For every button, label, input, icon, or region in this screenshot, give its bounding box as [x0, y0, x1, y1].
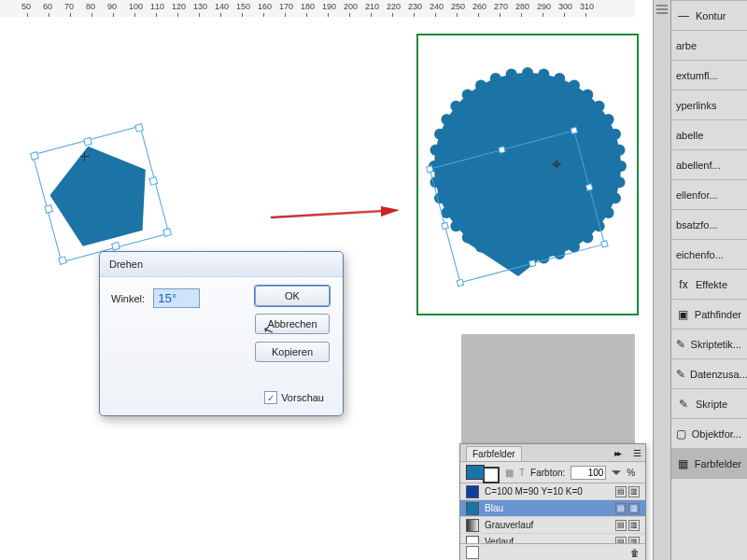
- panel-tab[interactable]: extumfl...: [670, 60, 747, 90]
- swatch-name: Blau: [485, 503, 503, 513]
- panel-tab[interactable]: ✎Skripte: [670, 388, 747, 418]
- panel-icon: ▣: [676, 307, 690, 322]
- swatch-list[interactable]: C=100 M=90 Y=10 K=0▤▥Blau▤▥Grauverlauf▤▥…: [460, 483, 645, 543]
- panel-tab[interactable]: arbe: [670, 30, 747, 60]
- svg-rect-46: [585, 184, 592, 190]
- swatch-color-icon: [466, 536, 479, 544]
- panel-label: extumfl...: [676, 70, 718, 81]
- svg-point-20: [434, 192, 445, 203]
- panel-menu-icon[interactable]: ☰: [633, 448, 641, 458]
- swatch-name: Grauverlauf: [485, 520, 533, 530]
- panel-tab[interactable]: eichenfo...: [670, 239, 747, 269]
- svg-rect-43: [499, 147, 505, 153]
- panel-tab[interactable]: ▢Objektfor...: [670, 418, 747, 448]
- panel-label: abelle: [676, 130, 703, 141]
- panel-menu-icon[interactable]: [656, 5, 668, 14]
- dialog-title[interactable]: Drehen: [100, 252, 343, 277]
- panel-icon: ✎: [676, 397, 691, 412]
- panel-tab[interactable]: abelle: [670, 119, 747, 149]
- panel-tab[interactable]: ellenfor...: [670, 179, 747, 209]
- panel-label: eichenfo...: [676, 249, 724, 260]
- svg-rect-48: [529, 260, 535, 267]
- rotation-center-icon[interactable]: [80, 152, 90, 161]
- panel-tab[interactable]: ▦Farbfelder: [670, 448, 747, 479]
- resize-handle[interactable]: [162, 228, 172, 237]
- ok-button[interactable]: OK: [255, 286, 330, 306]
- selection-bounds[interactable]: [33, 126, 170, 263]
- svg-point-25: [441, 114, 452, 125]
- svg-rect-49: [601, 241, 608, 247]
- svg-rect-47: [457, 279, 463, 286]
- svg-point-28: [475, 79, 486, 91]
- panel-icon: fx: [676, 277, 691, 292]
- swatch-row[interactable]: Blau▤▥: [460, 500, 645, 517]
- farbton-unit: %: [627, 468, 635, 478]
- panel-label: Pathfinder: [695, 309, 741, 320]
- swatch-name: C=100 M=90 Y=10 K=0: [485, 486, 583, 497]
- new-swatch-icon[interactable]: [466, 546, 479, 559]
- panel-label: Datenzusa...: [690, 369, 747, 380]
- arrow-icon: [271, 203, 402, 231]
- resize-handle[interactable]: [134, 123, 144, 133]
- svg-point-5: [613, 176, 625, 188]
- swatch-meta-icon: ▥: [628, 503, 640, 514]
- resize-handle[interactable]: [58, 256, 67, 265]
- svg-point-35: [582, 89, 593, 100]
- panel-tab[interactable]: yperlinks: [670, 90, 747, 119]
- svg-point-31: [522, 67, 533, 78]
- svg-point-38: [610, 129, 621, 140]
- panel-tab[interactable]: fxEffekte: [670, 269, 747, 299]
- swatches-tab[interactable]: Farbfelder: [466, 446, 522, 461]
- farbton-input[interactable]: [571, 466, 606, 480]
- swatch-color-icon: [466, 502, 479, 515]
- svg-marker-2: [381, 206, 400, 217]
- text-icon[interactable]: T: [519, 468, 525, 478]
- panel-tab[interactable]: ✎Datenzusa...: [670, 358, 747, 388]
- panel-label: Objektfor...: [692, 428, 741, 440]
- panel-label: Skriptetik...: [691, 339, 741, 350]
- svg-point-39: [613, 145, 625, 156]
- resize-handle[interactable]: [148, 176, 158, 186]
- panel-label: Kontur: [696, 10, 726, 21]
- svg-point-6: [610, 192, 621, 203]
- resize-handle[interactable]: [111, 242, 120, 251]
- swatch-name: Verlauf: [485, 537, 514, 543]
- svg-point-7: [603, 207, 614, 218]
- trash-icon[interactable]: 🗑: [630, 548, 640, 558]
- panel-label: Skripte: [696, 399, 727, 410]
- swatch-meta-icon: ▤: [615, 520, 627, 531]
- svg-point-30: [506, 69, 517, 80]
- panel-label: abellenf...: [676, 160, 721, 171]
- svg-point-21: [430, 176, 442, 188]
- panel-label: Farbfelder: [695, 458, 741, 469]
- stroke-swatch-icon[interactable]: [483, 467, 500, 483]
- swatch-row[interactable]: Verlauf▤▥: [460, 534, 645, 543]
- farbton-label: Farbton:: [530, 468, 565, 478]
- copy-button[interactable]: Kopieren: [255, 342, 330, 362]
- panel-tab[interactable]: abellenf...: [670, 149, 747, 179]
- panel-label: Effekte: [696, 279, 727, 290]
- swatch-meta-icon: ▥: [628, 486, 640, 497]
- svg-point-33: [554, 73, 565, 84]
- fill-swatch-icon[interactable]: [466, 465, 485, 480]
- preview-label: Vorschau: [281, 392, 324, 403]
- panel-tab[interactable]: bsatzfo...: [670, 209, 747, 239]
- collapse-icon[interactable]: ▸▸: [614, 448, 620, 458]
- svg-rect-42: [427, 166, 433, 173]
- dropdown-icon[interactable]: [612, 470, 621, 475]
- panel-tab[interactable]: ▣Pathfinder: [670, 299, 747, 329]
- svg-point-27: [462, 89, 473, 100]
- panel-icon: ▢: [676, 427, 687, 441]
- panel-tab[interactable]: —Kontur: [670, 0, 747, 30]
- swatch-row[interactable]: Grauverlauf▤▥: [460, 517, 645, 534]
- panel-label: ellenfor...: [676, 189, 718, 201]
- preview-checkbox[interactable]: ✓ Vorschau: [264, 391, 324, 404]
- container-icon[interactable]: ▦: [505, 468, 514, 478]
- angle-input[interactable]: [153, 288, 200, 308]
- swatch-row[interactable]: C=100 M=90 Y=10 K=0▤▥: [460, 483, 645, 500]
- dock-collapse-bar[interactable]: [654, 0, 671, 560]
- svg-point-4: [615, 161, 627, 172]
- svg-line-1: [271, 211, 383, 217]
- panel-tab[interactable]: ✎Skriptetik...: [670, 329, 747, 358]
- pentagon-shape[interactable]: [34, 127, 169, 262]
